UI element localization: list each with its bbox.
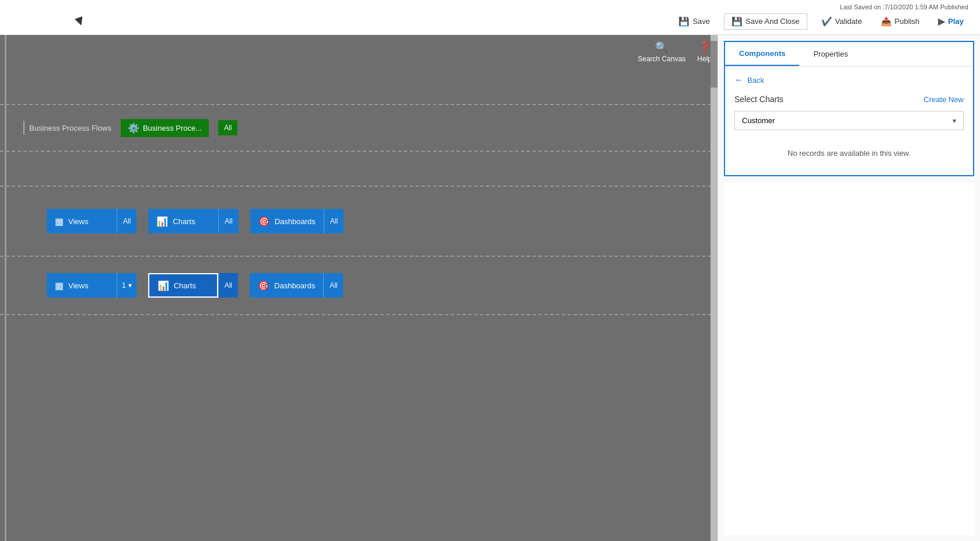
bpf-button[interactable]: ⚙️ Business Proce...	[121, 119, 209, 137]
views-count-button-group: ▦ Views 1 ▾	[47, 273, 136, 298]
validate-button[interactable]: ✔️ Validate	[817, 14, 867, 29]
charts-active-button[interactable]: 📊 Charts	[148, 273, 218, 298]
tab-properties[interactable]: Properties	[799, 42, 862, 66]
canvas-scrollbar[interactable]	[710, 35, 718, 541]
bpf-icon: ⚙️	[128, 123, 139, 134]
charts-icon: 📊	[156, 216, 168, 227]
charts-active-button-group: 📊 Charts All	[148, 273, 238, 298]
bpf-label: Business Process Flows	[23, 121, 111, 135]
views-button[interactable]: ▦ Views	[47, 209, 117, 233]
bpf-row: Business Process Flows ⚙️ Business Proce…	[23, 119, 237, 137]
select-charts-header: Select Charts Create New	[734, 95, 964, 104]
panel-box: Components Properties ← Back Select Char…	[724, 41, 974, 176]
main-layout: 🔍 Search Canvas ❓ Help Business Process …	[0, 35, 980, 541]
no-records-message: No records are available in this view.	[734, 139, 964, 167]
status-text: Last Saved on :7/10/2020 1:59 AM Publish…	[840, 4, 968, 11]
views-count-icon: ▦	[55, 280, 64, 291]
canvas-row-5: ▦ Views 1 ▾ 📊 Charts All	[0, 257, 718, 315]
canvas-scrollbar-thumb[interactable]	[710, 41, 718, 88]
save-close-icon: 💾	[732, 16, 743, 27]
save-button[interactable]: 💾 Save	[674, 14, 715, 29]
charts-button[interactable]: 📊 Charts	[148, 209, 218, 233]
charts-all-button[interactable]: All	[218, 209, 238, 233]
save-and-close-button[interactable]: 💾 Save And Close	[724, 13, 807, 30]
panel-rest	[724, 182, 974, 535]
back-button[interactable]: ← Back	[734, 75, 764, 85]
right-panel: Components Properties ← Back Select Char…	[718, 35, 980, 541]
views-count-value[interactable]: 1 ▾	[117, 273, 136, 298]
canvas-area[interactable]: 🔍 Search Canvas ❓ Help Business Process …	[0, 35, 718, 541]
dashboards-icon: 🎯	[258, 216, 270, 227]
save-icon: 💾	[678, 16, 690, 27]
tab-components[interactable]: Components	[725, 42, 799, 66]
views-all-button[interactable]: All	[117, 209, 136, 233]
top-bar-actions: 💾 Save 💾 Save And Close ✔️ Validate 📤 Pu…	[674, 13, 968, 30]
publish-icon: 📤	[881, 16, 892, 27]
publish-button[interactable]: 📤 Publish	[876, 14, 925, 29]
select-charts-label: Select Charts	[734, 95, 783, 104]
views-button-group: ▦ Views All	[47, 209, 136, 233]
customer-dropdown[interactable]: Customer ▾	[734, 111, 964, 130]
dropdown-value: Customer	[742, 116, 775, 125]
dashboards-button-group: 🎯 Dashboards All	[250, 209, 344, 233]
play-button[interactable]: ▶ Play	[933, 14, 968, 29]
charts-active-all-button[interactable]: All	[218, 273, 238, 298]
dashboards-all-button[interactable]: All	[324, 209, 344, 233]
dashboards-row2-button[interactable]: 🎯 Dashboards	[250, 273, 323, 298]
play-icon: ▶	[938, 16, 945, 27]
create-new-button[interactable]: Create New	[923, 95, 964, 104]
canvas-row-4: ▦ Views All 📊 Charts All 🎯	[0, 187, 718, 257]
dashboards-row2-icon: 🎯	[258, 280, 270, 291]
views-count-button[interactable]: ▦ Views	[47, 273, 117, 298]
bpf-all-button[interactable]: All	[218, 120, 237, 135]
canvas-row-3	[0, 152, 718, 187]
dashboards-row2-button-group: 🎯 Dashboards All	[250, 273, 343, 298]
validate-icon: ✔️	[821, 16, 832, 27]
views-icon: ▦	[55, 216, 64, 227]
charts-button-group: 📊 Charts All	[148, 209, 238, 233]
charts-active-icon: 📊	[158, 280, 169, 291]
chevron-down-icon: ▾	[128, 281, 132, 289]
panel-content: ← Back Select Charts Create New Customer…	[725, 67, 973, 175]
canvas-row-bpf: Business Process Flows ⚙️ Business Proce…	[0, 105, 718, 152]
chevron-down-icon: ▾	[953, 117, 956, 125]
canvas-row-1	[0, 35, 718, 105]
back-arrow-icon: ←	[734, 75, 744, 85]
canvas-content: Business Process Flows ⚙️ Business Proce…	[0, 35, 718, 541]
dashboards-button[interactable]: 🎯 Dashboards	[250, 209, 324, 233]
dashboards-row2-all-button[interactable]: All	[323, 273, 343, 298]
panel-tabs: Components Properties	[725, 42, 973, 67]
top-bar: Last Saved on :7/10/2020 1:59 AM Publish…	[0, 0, 980, 35]
